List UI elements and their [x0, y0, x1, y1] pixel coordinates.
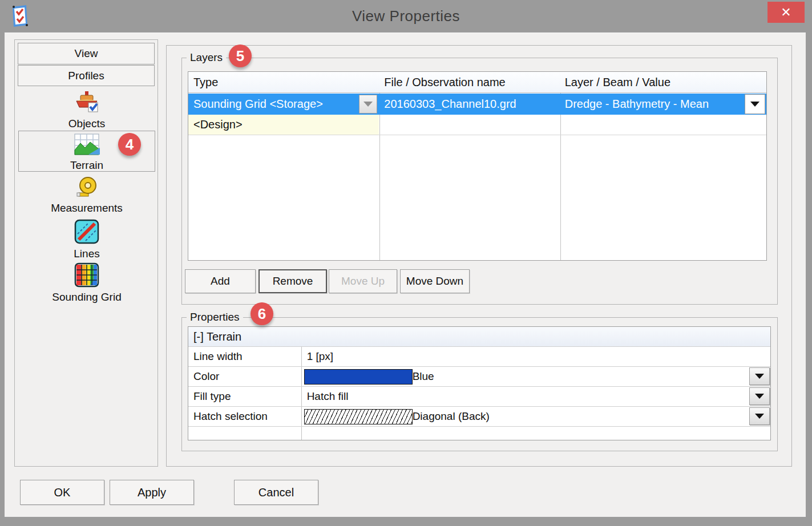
properties-group-label: Properties [187, 311, 243, 323]
sidebar-item-objects[interactable]: Objects [18, 89, 155, 130]
add-button-label: Add [211, 275, 230, 288]
sidebar-button-view[interactable]: View [18, 43, 155, 64]
hatch-value-text: Diagonal (Back) [413, 410, 490, 423]
remove-button-label: Remove [273, 275, 313, 288]
chevron-down-icon [755, 394, 764, 399]
type-cell-text: Sounding Grid <Storage> [193, 98, 323, 111]
boat-icon [18, 89, 155, 116]
sidebar-item-lines[interactable]: Lines [18, 219, 155, 260]
apply-button-label: Apply [138, 486, 166, 499]
sidebar-item-label: Sounding Grid [18, 291, 155, 304]
add-button[interactable]: Add [185, 269, 256, 293]
layer-cell[interactable] [560, 115, 766, 135]
property-row-hatch-selection[interactable]: Hatch selection Diagonal (Back) [188, 407, 770, 427]
color-value-text: Blue [413, 370, 434, 383]
fill-type-dropdown-button[interactable] [749, 387, 770, 405]
property-value[interactable]: Diagonal (Back) [301, 407, 770, 426]
title-bar: View Properties ✕ [0, 0, 812, 33]
layers-table-header: Type File / Observation name Layer / Bea… [188, 72, 766, 93]
file-cell[interactable]: 20160303_Channel10.grd [379, 94, 559, 115]
sidebar-item-measurements[interactable]: Measurements [18, 176, 155, 215]
sidebar-item-label: Lines [18, 248, 155, 260]
column-header-layer: Layer / Beam / Value [560, 72, 766, 92]
view-properties-dialog: View Properties ✕ View Profiles [0, 0, 812, 526]
chevron-down-icon [363, 102, 373, 107]
property-row-line-width[interactable]: Line width 1 [px] [188, 347, 770, 367]
property-value[interactable]: Blue [301, 367, 770, 386]
sidebar-item-sounding-grid[interactable]: Sounding Grid [18, 262, 155, 304]
layers-table: Type File / Observation name Layer / Bea… [188, 71, 767, 261]
chevron-down-icon [755, 414, 764, 419]
property-group-header[interactable]: [-] Terrain [188, 327, 770, 347]
property-row-color[interactable]: Color Blue [188, 367, 770, 387]
annotation-badge-4: 4 [118, 133, 141, 156]
cancel-button[interactable]: Cancel [234, 480, 318, 505]
close-button[interactable]: ✕ [767, 2, 805, 23]
window-title: View Properties [0, 0, 812, 33]
sidebar-button-profiles[interactable]: Profiles [18, 65, 155, 86]
property-label: Line width [188, 347, 301, 366]
chevron-down-icon [755, 374, 764, 379]
layer-dropdown-button[interactable] [745, 94, 765, 114]
layers-group-label: Layers [187, 51, 226, 64]
file-cell[interactable] [379, 115, 559, 135]
hatch-pattern-swatch [304, 409, 413, 424]
property-group-header-label: [-] Terrain [188, 327, 770, 346]
type-cell[interactable]: <Design> [188, 115, 379, 135]
move-down-button-label: Move Down [406, 275, 463, 288]
layer-cell[interactable]: Dredge - Bathymetry - Mean [560, 94, 766, 115]
sounding-grid-icon [18, 262, 155, 290]
property-label: Hatch selection [188, 407, 301, 426]
tape-measure-icon [18, 176, 155, 201]
fill-type-value-text: Hatch fill [307, 390, 349, 403]
lines-icon [18, 219, 155, 246]
sidebar-item-terrain[interactable]: 4 Terrain [18, 131, 155, 172]
property-value[interactable]: Hatch fill [301, 387, 770, 406]
color-dropdown-button[interactable] [749, 367, 770, 385]
type-cell[interactable]: Sounding Grid <Storage> [188, 94, 379, 115]
property-label: Color [188, 367, 301, 386]
remove-button[interactable]: Remove [258, 269, 327, 293]
sidebar-item-label: Measurements [18, 202, 155, 215]
table-row-selected[interactable]: Sounding Grid <Storage> 20160303_Channel… [188, 94, 766, 115]
ok-button[interactable]: OK [20, 480, 104, 505]
color-swatch [304, 369, 413, 385]
profiles-button-label: Profiles [68, 70, 104, 82]
chevron-down-icon [750, 102, 760, 107]
column-header-type: Type [188, 72, 379, 92]
dialog-content: View Profiles Objects [5, 33, 806, 517]
property-value[interactable]: 1 [px] [301, 347, 770, 366]
properties-table: [-] Terrain Line width 1 [px] Color Blue [188, 326, 771, 440]
sidebar: View Profiles Objects [14, 39, 158, 467]
cancel-button-label: Cancel [258, 486, 294, 499]
annotation-badge-5: 5 [229, 44, 252, 67]
close-icon: ✕ [781, 5, 791, 20]
property-label: Fill type [188, 387, 301, 406]
move-down-button[interactable]: Move Down [400, 269, 470, 293]
annotation-badge-6: 6 [251, 302, 273, 325]
ok-button-label: OK [54, 486, 71, 499]
move-up-button-label: Move Up [341, 275, 385, 288]
column-header-file: File / Observation name [379, 72, 559, 92]
sidebar-item-label: Terrain [19, 159, 155, 172]
sidebar-item-label: Objects [18, 118, 155, 130]
apply-button[interactable]: Apply [110, 480, 194, 505]
properties-groupbox: Properties 6 [-] Terrain Line width 1 [p… [181, 317, 778, 451]
move-up-button[interactable]: Move Up [329, 269, 397, 293]
layer-cell-text: Dredge - Bathymetry - Mean [565, 98, 709, 111]
type-dropdown-button[interactable] [359, 95, 377, 114]
property-row-fill-type[interactable]: Fill type Hatch fill [188, 387, 770, 407]
table-row[interactable]: <Design> [188, 115, 766, 135]
view-button-label: View [75, 47, 98, 60]
hatch-dropdown-button[interactable] [749, 407, 770, 425]
layers-groupbox: Layers 5 Type File / Observation name La… [181, 58, 778, 305]
